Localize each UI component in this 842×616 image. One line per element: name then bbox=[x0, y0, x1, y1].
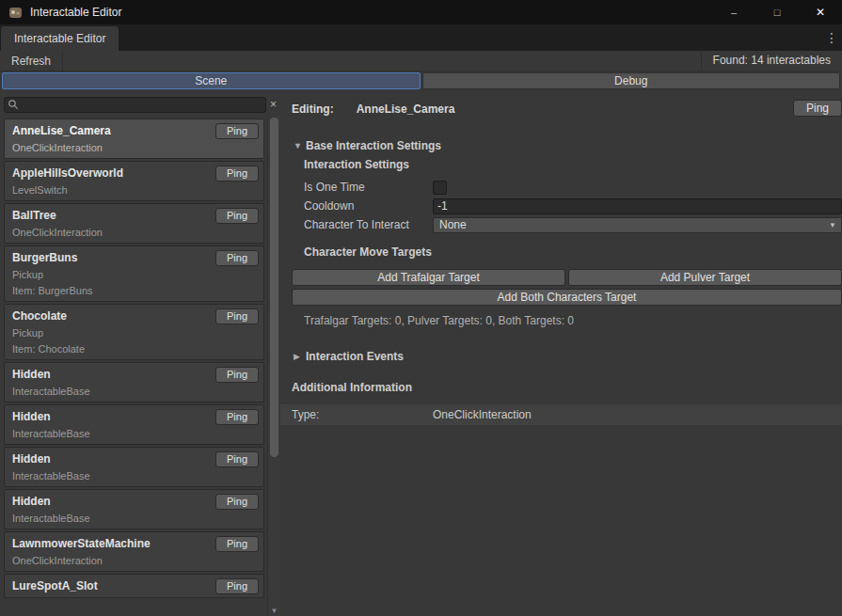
add-both-characters-target-button[interactable]: Add Both Characters Target bbox=[292, 289, 842, 306]
foldout-interaction-events[interactable]: ▶ Interaction Events bbox=[294, 348, 842, 365]
tab-strip: Interactable Editor ⋮ bbox=[0, 24, 842, 51]
additional-information-header: Additional Information bbox=[292, 381, 842, 396]
foldout-open-icon: ▼ bbox=[294, 141, 306, 150]
list-item[interactable]: HiddenInteractableBasePing bbox=[4, 447, 264, 487]
toolbar: Refresh Found: 14 interactables bbox=[0, 51, 842, 71]
ping-button[interactable]: Ping bbox=[215, 123, 259, 139]
list-item[interactable]: BurgerBunsPickupItem: BurgerBunsPing bbox=[4, 245, 264, 302]
close-button[interactable]: ✕ bbox=[799, 0, 842, 24]
dropdown-value: None bbox=[439, 218, 467, 231]
move-target-buttons: Add Trafalgar Target Add Pulver Target bbox=[292, 269, 842, 286]
ping-button[interactable]: Ping bbox=[215, 578, 259, 594]
list-item[interactable]: HiddenInteractableBasePing bbox=[4, 489, 264, 529]
ping-button[interactable]: Ping bbox=[215, 536, 259, 552]
list-item[interactable]: BallTreeOneClickInteractionPing bbox=[4, 203, 264, 244]
search-input[interactable] bbox=[22, 98, 265, 112]
item-subtitle: InteractableBase bbox=[12, 512, 256, 525]
editing-ping-button[interactable]: Ping bbox=[793, 100, 842, 117]
inspector-panel: Editing: AnneLise_Camera Ping ▼ Base Int… bbox=[280, 92, 842, 616]
ping-button[interactable]: Ping bbox=[215, 208, 259, 224]
editing-value: AnneLise_Camera bbox=[357, 103, 455, 116]
item-subtitle: Item: Chocolate bbox=[12, 342, 256, 355]
maximize-button[interactable]: □ bbox=[755, 0, 799, 24]
type-row: Type: OneClickInteraction bbox=[280, 404, 842, 425]
editing-row: Editing: AnneLise_Camera Ping bbox=[292, 100, 842, 118]
item-subtitle: OneClickInteraction bbox=[12, 226, 256, 239]
scene-list-panel: × AnneLise_CameraOneClickInteractionPing… bbox=[0, 92, 280, 616]
item-subtitle: InteractableBase bbox=[12, 385, 256, 398]
interactable-editor-window: Interactable Editor – □ ✕ Interactable E… bbox=[0, 0, 842, 616]
character-to-interact-dropdown[interactable]: None ▼ bbox=[433, 217, 842, 233]
targets-summary: Trafalgar Targets: 0, Pulver Targets: 0,… bbox=[304, 314, 842, 327]
editing-label: Editing: bbox=[292, 103, 334, 116]
interaction-settings-header: Interaction Settings bbox=[304, 158, 842, 173]
ping-button[interactable]: Ping bbox=[215, 250, 259, 266]
item-subtitle: OneClickInteraction bbox=[12, 141, 256, 154]
character-move-targets-header: Character Move Targets bbox=[304, 245, 842, 261]
kebab-menu-icon[interactable]: ⋮ bbox=[825, 30, 838, 45]
add-trafalgar-target-button[interactable]: Add Trafalgar Target bbox=[292, 269, 565, 286]
tab-label: Interactable Editor bbox=[14, 32, 105, 45]
main-split: × AnneLise_CameraOneClickInteractionPing… bbox=[0, 92, 842, 616]
refresh-button[interactable]: Refresh bbox=[0, 51, 63, 71]
list-item[interactable]: AppleHillsOverworldLevelSwitchPing bbox=[4, 161, 264, 201]
cooldown-row: Cooldown bbox=[292, 197, 842, 215]
list-item[interactable]: AnneLise_CameraOneClickInteractionPing bbox=[4, 118, 264, 159]
item-subtitle: InteractableBase bbox=[12, 427, 256, 440]
is-one-time-checkbox[interactable] bbox=[433, 181, 447, 195]
app-icon bbox=[8, 6, 23, 20]
search-icon bbox=[8, 99, 19, 110]
is-one-time-row: Is One Time bbox=[292, 178, 842, 197]
foldout-base-label: Base Interaction Settings bbox=[306, 139, 441, 152]
list-item[interactable]: ChocolatePickupItem: ChocolatePing bbox=[4, 304, 264, 360]
minimize-button[interactable]: – bbox=[712, 0, 755, 24]
window-title: Interactable Editor bbox=[30, 6, 121, 19]
found-count-label: Found: 14 interactables bbox=[701, 51, 842, 71]
item-subtitle: Pickup bbox=[12, 268, 256, 281]
add-pulver-target-button[interactable]: Add Pulver Target bbox=[568, 269, 842, 286]
list-item[interactable]: LawnmowerStateMachineOneClickInteraction… bbox=[4, 531, 264, 572]
ping-button[interactable]: Ping bbox=[215, 409, 259, 425]
item-subtitle: Item: BurgerBuns bbox=[12, 284, 256, 297]
list-item[interactable]: HiddenInteractableBasePing bbox=[4, 362, 264, 403]
character-to-interact-label: Character To Interact bbox=[304, 218, 433, 231]
type-label: Type: bbox=[292, 408, 433, 421]
search-clear-button[interactable]: × bbox=[266, 96, 280, 113]
item-subtitle: InteractableBase bbox=[12, 469, 256, 482]
character-to-interact-row: Character To Interact None ▼ bbox=[292, 215, 842, 234]
foldout-closed-icon: ▶ bbox=[294, 352, 306, 361]
tab-scene[interactable]: Scene bbox=[2, 72, 421, 89]
item-subtitle: OneClickInteraction bbox=[12, 554, 256, 567]
foldout-base-interaction-settings[interactable]: ▼ Base Interaction Settings bbox=[294, 137, 842, 154]
scroll-down-icon[interactable]: ▼ bbox=[268, 607, 280, 615]
interactable-list: AnneLise_CameraOneClickInteractionPingAp… bbox=[0, 117, 267, 616]
ping-button[interactable]: Ping bbox=[215, 451, 259, 467]
search-field[interactable] bbox=[4, 97, 266, 113]
item-subtitle: Pickup bbox=[12, 326, 256, 340]
ping-button[interactable]: Ping bbox=[215, 494, 259, 510]
ping-button[interactable]: Ping bbox=[215, 367, 259, 383]
dropdown-caret-icon: ▼ bbox=[829, 218, 836, 232]
scrollbar-thumb[interactable] bbox=[270, 118, 278, 457]
cooldown-input[interactable] bbox=[433, 198, 842, 214]
list-item[interactable]: LureSpotA_SlotPing bbox=[4, 574, 264, 598]
vertical-scrollbar[interactable]: ▼ bbox=[267, 117, 280, 616]
ping-button[interactable]: Ping bbox=[215, 166, 259, 182]
list-item[interactable]: HiddenInteractableBasePing bbox=[4, 404, 264, 445]
is-one-time-label: Is One Time bbox=[304, 181, 433, 194]
tab-interactable-editor[interactable]: Interactable Editor bbox=[1, 26, 119, 51]
ping-button[interactable]: Ping bbox=[215, 308, 259, 324]
titlebar: Interactable Editor – □ ✕ bbox=[0, 0, 842, 24]
type-value: OneClickInteraction bbox=[433, 408, 532, 421]
cooldown-label: Cooldown bbox=[304, 199, 433, 213]
item-subtitle: LevelSwitch bbox=[12, 183, 256, 197]
list-wrap: AnneLise_CameraOneClickInteractionPingAp… bbox=[0, 117, 280, 616]
view-tabs: Scene Debug bbox=[0, 71, 842, 92]
foldout-events-label: Interaction Events bbox=[306, 350, 404, 363]
search-row: × bbox=[0, 92, 280, 117]
window-controls: – □ ✕ bbox=[712, 0, 842, 24]
tab-debug[interactable]: Debug bbox=[422, 72, 841, 89]
